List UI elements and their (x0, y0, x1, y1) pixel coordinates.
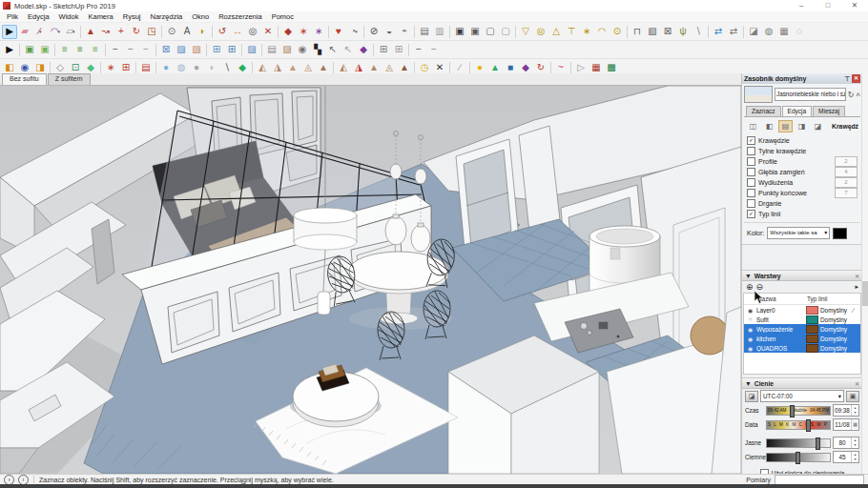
close-button[interactable]: ✕ (841, 0, 868, 11)
checkbox-drganie[interactable] (747, 199, 755, 208)
layer-row-wyposażenie[interactable]: ◉WyposażenieDomyślny (744, 324, 860, 334)
chevron-up-icon[interactable]: ˄ (856, 91, 860, 99)
dialog-window-2-icon[interactable]: ▣ (467, 25, 483, 39)
light-slider[interactable] (766, 438, 831, 448)
pattern-tool-icon[interactable]: ∗ (311, 25, 326, 39)
disc-tool-icon[interactable]: ⊙ (610, 25, 625, 39)
layer-visibility-icon[interactable]: ◉ (744, 336, 756, 342)
edge-option-value[interactable]: 2 (835, 156, 858, 167)
no-entry-tool-icon[interactable]: ⊘ (366, 25, 382, 39)
spark-tool-icon[interactable]: ∗ (579, 25, 594, 39)
dark-spinner[interactable]: 45 ▴▾ (833, 451, 859, 463)
grid-tool-1-icon[interactable]: ⊞ (209, 43, 224, 57)
layer-row-layer0[interactable]: ◉Layer0Domyślny∕ (744, 305, 860, 315)
layer-visibility-icon[interactable]: ○ (744, 316, 756, 322)
layer-edit-pencil-icon[interactable]: ∕ (853, 307, 860, 314)
checkbox-krawędzie[interactable]: ✓ (747, 136, 755, 145)
render-teapot-2-icon[interactable]: ◓ (397, 25, 412, 39)
line-tool-icon[interactable]: ∕▾ (32, 25, 48, 39)
time-slider-handle[interactable] (790, 405, 795, 417)
arc-tool-icon[interactable]: ◠▾ (48, 25, 63, 39)
edge-color-select[interactable]: Wszystkie takie sa ▾ (767, 227, 830, 239)
cone-tool-icon[interactable]: △ (548, 25, 564, 39)
menu-widok[interactable]: Widok (54, 12, 84, 21)
menu-rozszerzenia[interactable]: Rozszerzenia (214, 12, 266, 21)
checkbox-tylne-krawędzie[interactable] (747, 147, 755, 155)
layer-details-button[interactable]: ▸ (855, 283, 858, 291)
fredo-tool-1-icon[interactable]: ⊠ (158, 43, 174, 57)
menu-rysuj[interactable]: Rysuj (118, 12, 146, 21)
menu-kamera[interactable]: Kamera (83, 12, 117, 21)
linestyle-2-icon[interactable]: ≡ (72, 43, 88, 57)
image-export-2-icon[interactable]: ▥ (432, 25, 447, 39)
layer-row-sufit[interactable]: ○SufitDomyślny (744, 315, 860, 324)
edge-option-value[interactable]: 4 (835, 167, 858, 177)
checker-tool-icon[interactable]: ▚ (310, 43, 325, 57)
pen-tool-icon[interactable]: ∖ (691, 25, 706, 39)
menu-pomoc[interactable]: Pomoc (267, 12, 299, 21)
render-teapot-1-icon[interactable]: ◒ (382, 25, 397, 39)
layer-color-swatch[interactable] (806, 315, 818, 324)
grid-tool-4-icon[interactable]: ⊞ (391, 43, 406, 57)
fredo-tool-2-icon[interactable]: ▨ (174, 43, 189, 57)
background-style-icon[interactable]: ▤ (778, 120, 793, 132)
edge-color-swatch[interactable] (833, 228, 847, 239)
funnel-tool-icon[interactable]: ▽ (518, 25, 533, 39)
tray-close-button[interactable]: ✕ (852, 74, 860, 83)
ring-tool-icon[interactable]: ◎ (533, 25, 548, 39)
box-x-tool-icon[interactable]: ⊠ (660, 25, 675, 39)
dialog-window-3-icon[interactable]: ▢ (483, 25, 498, 39)
grass-tool-icon[interactable]: ψ (675, 25, 691, 39)
image-export-1-icon[interactable]: ▤ (417, 25, 432, 39)
dome-tool-icon[interactable]: ◠ (594, 25, 610, 39)
orbit-tool-icon[interactable]: ↺ (215, 25, 230, 39)
menu-narzędzia[interactable]: Narzędzia (145, 12, 187, 21)
calendar-icon[interactable]: ▦ (852, 419, 858, 429)
menu-edycja[interactable]: Edycja (23, 12, 54, 21)
dark-slider[interactable] (766, 453, 831, 462)
pin-icon[interactable]: ⊤ (844, 75, 850, 83)
hatch-tool-icon[interactable]: ▨ (244, 43, 259, 57)
style-tab-zaznacz[interactable]: Zaznacz (746, 106, 781, 116)
layer-row-quadros[interactable]: ◉QUADROSDomyślny (744, 343, 860, 353)
tray-scrollbar-thumb[interactable] (862, 281, 868, 306)
watermark-style-icon[interactable]: ◨ (795, 120, 809, 132)
wireframe-corner-tool-icon[interactable]: ◪ (746, 25, 761, 39)
dialog-window-1-icon[interactable]: ▣ (452, 25, 467, 39)
measurements-input[interactable] (775, 475, 864, 485)
checkbox-typ-linii[interactable]: ✓ (747, 210, 755, 218)
layers-panel-header[interactable]: ▼ Warstwy ✕ (742, 270, 862, 281)
add-layer-button[interactable]: ⊕ (746, 282, 754, 292)
select-tool-icon[interactable]: ▶ (2, 25, 17, 39)
scale-tool-icon[interactable]: ◳ (144, 25, 159, 39)
tee-tool-icon[interactable]: ⊤ (564, 25, 579, 39)
cursor-tool-1-icon[interactable]: ↖ (325, 43, 341, 57)
modeling-style-icon[interactable]: ◪ (811, 120, 825, 132)
sandbox-tool-icon[interactable]: ▨ (279, 43, 295, 57)
grid-tool-2-icon[interactable]: ⊞ (224, 43, 239, 57)
edge-option-value[interactable]: 2 (835, 177, 858, 188)
walk-tool-icon[interactable]: ◔▾ (346, 25, 362, 39)
style-thumbnail[interactable] (744, 86, 773, 103)
tape-measure-tool-icon[interactable]: ⊙ (164, 25, 179, 39)
shadow-toggle-icon[interactable]: ◪ (745, 391, 758, 402)
text-tool-icon[interactable]: A (179, 25, 195, 39)
light-spinner[interactable]: 80 ▴▾ (833, 437, 859, 449)
favorite-tool-icon[interactable]: ♥ (331, 25, 346, 39)
zoom-extents-tool-icon[interactable]: ✕ (260, 25, 276, 39)
layer-color-swatch[interactable] (806, 325, 818, 334)
layer-color-swatch[interactable] (806, 344, 818, 353)
edge-option-value[interactable]: 7 (835, 188, 858, 198)
push-pull-tool-icon[interactable]: ▲ (83, 25, 98, 39)
style-tab-edycja[interactable]: Edycja (782, 106, 813, 116)
layer-color-swatch[interactable] (806, 335, 818, 343)
checkbox-punkty-końcowe[interactable] (747, 189, 755, 197)
checkbox-wydłużenia[interactable] (747, 178, 755, 187)
date-slider[interactable]: S L M K M C L S W P L G (766, 420, 831, 430)
menu-okno[interactable]: Okno (187, 12, 214, 21)
select-tool-2-icon[interactable]: ▶ (2, 43, 17, 57)
box-fill-tool-icon[interactable]: ▧ (645, 25, 660, 39)
zoom-tool-icon[interactable]: ◎ (245, 25, 260, 39)
timezone-select[interactable]: UTC-07:00 ▾ (760, 390, 844, 402)
follow-me-tool-icon[interactable]: ↝ (98, 25, 114, 39)
